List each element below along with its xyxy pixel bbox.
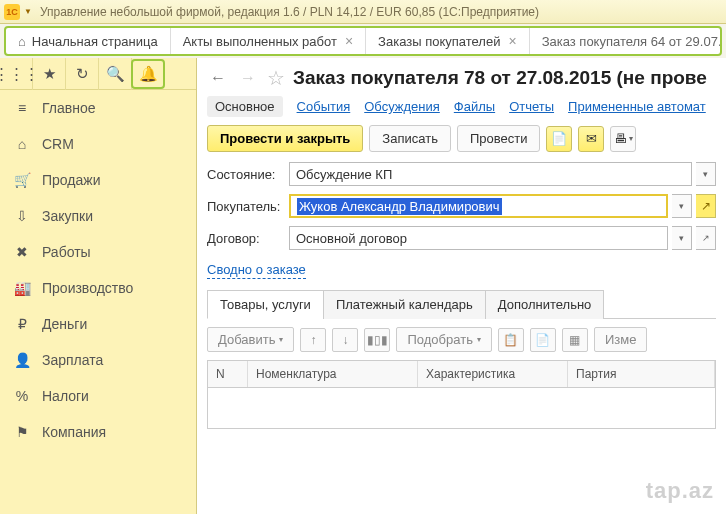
sidebar-item-money[interactable]: ₽Деньги [0,306,196,342]
app-menu-dropdown-icon[interactable]: ▼ [24,7,32,16]
col-characteristic[interactable]: Характеристика [418,361,568,387]
col-party[interactable]: Партия [568,361,715,387]
tab-goods[interactable]: Товары, услуги [207,290,324,319]
post-and-close-button[interactable]: Провести и закрыть [207,125,363,152]
subtab-files[interactable]: Файлы [454,99,495,114]
tab-order-64[interactable]: Заказ покупателя 64 от 29.07.20 [530,28,722,54]
flag-icon: ⚑ [14,424,30,440]
subtab-reports[interactable]: Отчеты [509,99,554,114]
state-input[interactable]: Обсуждение КП [289,162,692,186]
goods-grid: N Номенклатура Характеристика Партия [207,360,716,429]
close-icon[interactable]: × [508,33,516,49]
sidebar-item-company[interactable]: ⚑Компания [0,414,196,450]
order-summary-link[interactable]: Сводно о заказе [207,262,306,279]
nav-back-icon[interactable]: ← [207,67,229,89]
subtab-discuss[interactable]: Обсуждения [364,99,440,114]
print-icon[interactable]: 🖶▾ [610,126,636,152]
sidebar-item-crm[interactable]: ⌂CRM [0,126,196,162]
sidebar-item-label: CRM [42,136,74,152]
chevron-down-icon: ▾ [629,134,633,143]
close-icon[interactable]: × [345,33,353,49]
email-icon[interactable]: ✉ [578,126,604,152]
document-action-icon[interactable]: 📄 [546,126,572,152]
copy-icon[interactable]: 📋 [498,328,524,352]
paste-icon[interactable]: 📄 [530,328,556,352]
move-down-icon[interactable]: ↓ [332,328,358,352]
tab-payment-calendar[interactable]: Платежный календарь [323,290,486,319]
sidebar-item-label: Производство [42,280,133,296]
open-reference-icon[interactable]: ↗ [696,194,716,218]
sidebar-item-label: Продажи [42,172,100,188]
barcode-icon[interactable]: ▮▯▮ [364,328,390,352]
move-up-icon[interactable]: ↑ [300,328,326,352]
chevron-down-icon: ▾ [279,335,283,344]
sidebar-toolbar: ⋮⋮⋮ ★ ↻ 🔍 🔔 [0,58,196,90]
save-button[interactable]: Записать [369,125,451,152]
list-icon: ≡ [14,100,30,116]
apps-icon[interactable]: ⋮⋮⋮ [0,58,33,90]
col-nomenclature[interactable]: Номенклатура [248,361,418,387]
sidebar: ⋮⋮⋮ ★ ↻ 🔍 🔔 ≡Главное ⌂CRM 🛒Продажи ⇩Заку… [0,58,197,514]
grid-body[interactable] [208,388,715,428]
document-tabbar: ⌂ Начальная страница Акты выполненных ра… [4,26,722,56]
contract-field-row: Договор: Основной договор ▾ ↗ [207,226,716,250]
tab-label: Заказ покупателя 64 от 29.07.20 [542,34,722,49]
subtab-auto[interactable]: Примененные автомат [568,99,706,114]
subtab-events[interactable]: События [297,99,351,114]
sidebar-item-salary[interactable]: 👤Зарплата [0,342,196,378]
tab-label: Заказы покупателей [378,34,500,49]
sidebar-item-label: Работы [42,244,91,260]
pick-button[interactable]: Подобрать▾ [396,327,491,352]
chevron-down-icon: ▾ [477,335,481,344]
sidebar-item-label: Деньги [42,316,87,332]
sidebar-item-works[interactable]: ✖Работы [0,234,196,270]
watermark: tap.az [646,478,714,504]
home-icon: ⌂ [18,34,26,49]
sidebar-item-taxes[interactable]: %Налоги [0,378,196,414]
history-icon[interactable]: ↻ [66,58,99,90]
favorite-icon[interactable]: ★ [33,58,66,90]
contract-input[interactable]: Основной договор [289,226,668,250]
dropdown-icon[interactable]: ▾ [672,194,692,218]
sidebar-item-label: Компания [42,424,106,440]
document-toolbar: Провести и закрыть Записать Провести 📄 ✉… [207,125,716,152]
open-reference-icon[interactable]: ↗ [696,226,716,250]
tab-home[interactable]: ⌂ Начальная страница [6,28,171,54]
buyer-input[interactable]: Жуков Александр Владимирович [289,194,668,218]
cart-icon: 🛒 [14,172,30,188]
sidebar-item-label: Главное [42,100,96,116]
state-label: Состояние: [207,167,285,182]
search-icon[interactable]: 🔍 [99,58,132,90]
box-in-icon: ⇩ [14,208,30,224]
col-n[interactable]: N [208,361,248,387]
sidebar-item-purchases[interactable]: ⇩Закупки [0,198,196,234]
grid-header: N Номенклатура Характеристика Партия [208,361,715,388]
tab-additional[interactable]: Дополнительно [485,290,605,319]
dropdown-icon[interactable]: ▾ [696,162,716,186]
tab-label: Акты выполненных работ [183,34,337,49]
sidebar-item-production[interactable]: 🏭Производство [0,270,196,306]
state-field-row: Состояние: Обсуждение КП ▾ [207,162,716,186]
crm-icon: ⌂ [14,136,30,152]
sidebar-item-main[interactable]: ≡Главное [0,90,196,126]
subtab-main[interactable]: Основное [207,96,283,117]
favorite-star-icon[interactable]: ☆ [267,66,285,90]
sidebar-item-sales[interactable]: 🛒Продажи [0,162,196,198]
factory-icon: 🏭 [14,280,30,296]
change-button[interactable]: Изме [594,327,647,352]
percent-icon: % [14,388,30,404]
person-icon: 👤 [14,352,30,368]
sidebar-item-label: Зарплата [42,352,103,368]
add-row-button[interactable]: Добавить▾ [207,327,294,352]
tab-acts[interactable]: Акты выполненных работ × [171,28,366,54]
document-header: ← → ☆ Заказ покупателя 78 от 27.08.2015 … [207,66,716,90]
nav-forward-icon[interactable]: → [237,67,259,89]
bell-icon[interactable]: 🔔 [131,59,165,89]
grid-toolbar: Добавить▾ ↑ ↓ ▮▯▮ Подобрать▾ 📋 📄 ▦ Изме [207,319,716,360]
tools-icon: ✖ [14,244,30,260]
sidebar-item-label: Налоги [42,388,89,404]
fill-icon[interactable]: ▦ [562,328,588,352]
tab-orders[interactable]: Заказы покупателей × [366,28,530,54]
dropdown-icon[interactable]: ▾ [672,226,692,250]
post-button[interactable]: Провести [457,125,541,152]
